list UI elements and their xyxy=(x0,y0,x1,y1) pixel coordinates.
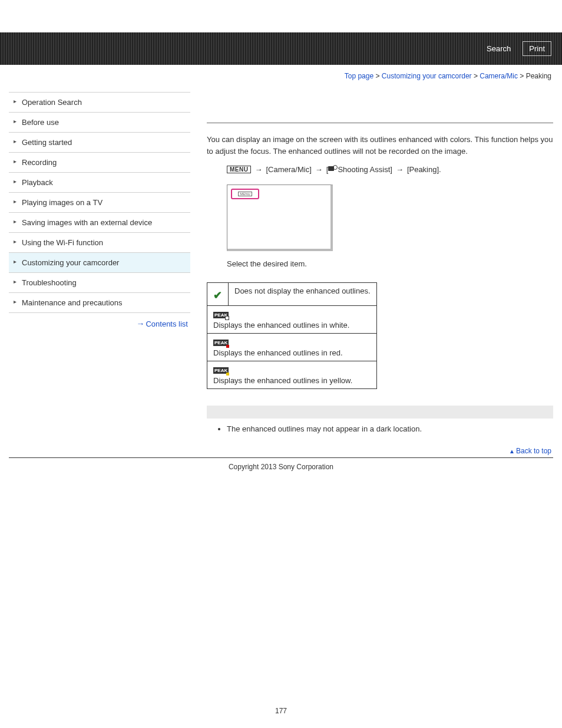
option-desc: Displays the enhanced outlines in yellow… xyxy=(213,376,371,385)
breadcrumb-sep: > xyxy=(518,72,526,80)
nav-list: Operation Search Before use Getting star… xyxy=(9,92,190,313)
shooting-assist-icon xyxy=(328,165,338,172)
breadcrumb-current: Peaking xyxy=(526,72,551,80)
breadcrumb-top[interactable]: Top page xyxy=(345,72,373,80)
contents-list-link[interactable]: Contents list xyxy=(146,319,188,328)
option-icon-cell: ✔ xyxy=(207,283,229,306)
path-peaking: [Peaking]. xyxy=(407,165,441,174)
check-icon: ✔ xyxy=(213,289,222,301)
nav-before-use[interactable]: Before use xyxy=(9,113,190,133)
notes-list: The enhanced outlines may not appear in … xyxy=(207,419,553,438)
nav-customizing[interactable]: Customizing your camcorder xyxy=(9,253,190,273)
option-cell: PEAK Displays the enhanced outlines in w… xyxy=(207,306,377,334)
contents-list-row: →Contents list xyxy=(9,313,190,328)
nav-operation-search[interactable]: Operation Search xyxy=(9,93,190,113)
page-number: 177 xyxy=(0,707,562,727)
table-row: PEAK Displays the enhanced outlines in w… xyxy=(207,306,377,334)
copyright: Copyright 2013 Sony Corporation xyxy=(0,458,562,483)
arrow-icon: → xyxy=(315,165,323,174)
title-separator xyxy=(207,123,553,123)
menu-label-small: MENU xyxy=(238,192,252,196)
search-button[interactable]: Search xyxy=(481,42,517,55)
note-item: The enhanced outlines may not appear in … xyxy=(227,424,553,433)
arrow-icon: → xyxy=(254,165,262,174)
breadcrumb-camera-mic[interactable]: Camera/Mic xyxy=(480,72,518,80)
path-shooting-assist: [Shooting Assist] xyxy=(326,165,392,174)
options-table: ✔ Does not display the enhanced outlines… xyxy=(207,282,377,389)
select-instruction: Select the desired item. xyxy=(227,259,553,268)
header-bar: Search Print xyxy=(0,32,562,65)
peak-yellow-icon: PEAK xyxy=(213,367,229,374)
nav-recording[interactable]: Recording xyxy=(9,153,190,173)
notes-heading-band xyxy=(207,406,553,419)
option-desc: Displays the enhanced outlines in white. xyxy=(213,321,371,330)
table-row: PEAK Displays the enhanced outlines in r… xyxy=(207,334,377,361)
option-cell: PEAK Displays the enhanced outlines in y… xyxy=(207,361,377,389)
screen-illustration: MENU xyxy=(227,185,333,251)
peak-white-icon: PEAK xyxy=(213,312,229,318)
nav-troubleshooting[interactable]: Troubleshooting xyxy=(9,273,190,293)
menu-path: MENU → [Camera/Mic] → [Shooting Assist] … xyxy=(227,165,553,174)
breadcrumb-sep: > xyxy=(472,72,480,80)
arrow-right-icon: → xyxy=(136,319,143,328)
peak-red-icon: PEAK xyxy=(213,340,229,346)
top-whitespace xyxy=(0,0,562,32)
back-to-top-row: ▲Back to top xyxy=(0,444,562,457)
triangle-up-icon: ▲ xyxy=(509,448,515,454)
back-to-top-link[interactable]: Back to top xyxy=(516,447,551,455)
arrow-icon: → xyxy=(396,165,404,174)
nav-playing-tv[interactable]: Playing images on a TV xyxy=(9,193,190,213)
breadcrumb-customizing[interactable]: Customizing your camcorder xyxy=(382,72,472,80)
sidebar: Operation Search Before use Getting star… xyxy=(9,92,190,438)
main-content: You can display an image on the screen w… xyxy=(190,92,553,438)
intro-text: You can display an image on the screen w… xyxy=(207,134,553,157)
option-cell: PEAK Displays the enhanced outlines in r… xyxy=(207,334,377,361)
option-desc: Does not display the enhanced outlines. xyxy=(229,283,377,306)
path-camera-mic: [Camera/Mic] xyxy=(266,165,311,174)
path-shooting-text: Shooting Assist] xyxy=(338,165,392,174)
breadcrumb-sep: > xyxy=(373,72,382,80)
nav-getting-started[interactable]: Getting started xyxy=(9,133,190,153)
highlighted-menu-box: MENU xyxy=(231,189,259,199)
nav-playback[interactable]: Playback xyxy=(9,173,190,193)
nav-maintenance[interactable]: Maintenance and precautions xyxy=(9,293,190,313)
table-row: PEAK Displays the enhanced outlines in y… xyxy=(207,361,377,389)
nav-saving-external[interactable]: Saving images with an external device xyxy=(9,213,190,233)
table-row: ✔ Does not display the enhanced outlines… xyxy=(207,283,377,306)
nav-wifi[interactable]: Using the Wi-Fi function xyxy=(9,233,190,253)
breadcrumb: Top page > Customizing your camcorder > … xyxy=(0,65,562,80)
option-desc: Displays the enhanced outlines in red. xyxy=(213,348,371,357)
menu-icon: MENU xyxy=(227,166,251,173)
print-button[interactable]: Print xyxy=(523,41,551,56)
